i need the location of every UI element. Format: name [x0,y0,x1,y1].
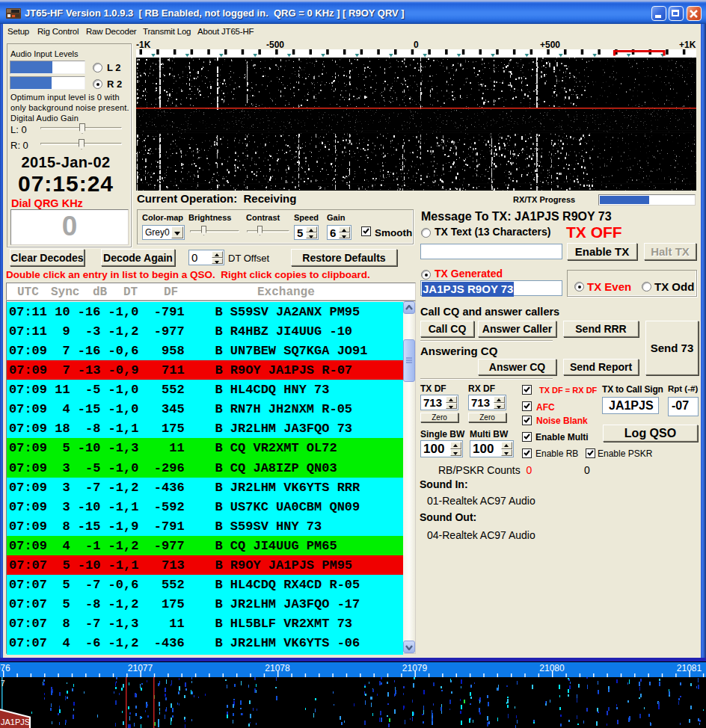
svg-text:21078: 21078 [265,663,290,673]
svg-text:7: 7 [1,679,5,688]
svg-text:21080: 21080 [539,663,565,673]
svg-text:JA1PJS: JA1PJS [1,718,30,727]
svg-text:21077: 21077 [128,663,153,673]
svg-text:21076: 21076 [0,663,10,673]
svg-text:21079: 21079 [402,663,428,673]
svg-text:21081: 21081 [677,663,702,673]
